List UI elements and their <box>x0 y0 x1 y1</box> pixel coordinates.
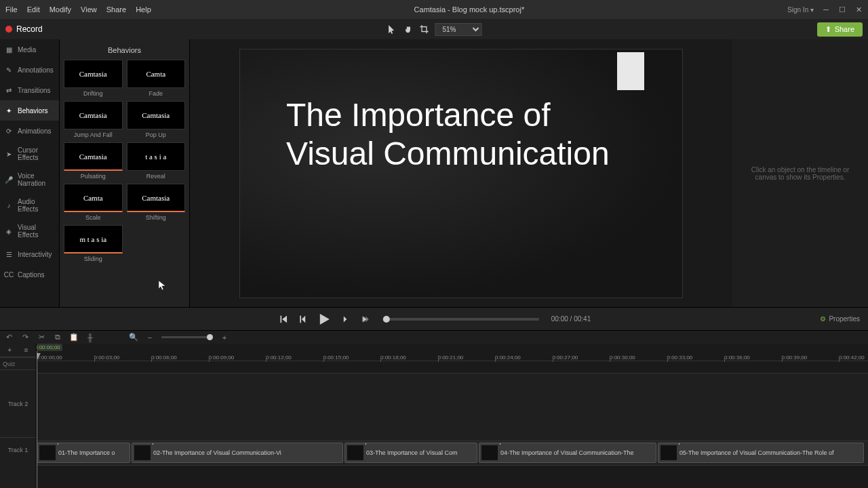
behavior-scale[interactable]: CamtaScale <box>64 184 123 221</box>
sidebar-item-audio-effects[interactable]: ♪Audio Effects <box>0 192 59 218</box>
close-icon[interactable]: ✕ <box>854 5 863 14</box>
menu-modify[interactable]: Modify <box>50 5 71 14</box>
clip-marker <box>153 443 153 445</box>
behavior-pulsating[interactable]: CamtasiaPulsating <box>64 142 123 180</box>
behavior-shifting[interactable]: CamtasiaShifting <box>127 184 186 221</box>
cut-icon[interactable]: ✂ <box>37 333 46 342</box>
sidebar-item-label: Visual Effects <box>18 224 55 239</box>
behavior-drifting[interactable]: CamtasiaDrifting <box>64 60 123 97</box>
behaviors-panel: Behaviors CamtasiaDriftingCamtaFadeCamta… <box>60 39 190 307</box>
timeline: + ≡ Quiz Track 2 Track 1 0:00:00;00 0:00… <box>0 344 868 488</box>
behavior-thumb: Camtasia <box>64 101 123 129</box>
track-1-lane[interactable]: 01-The Importance o02-The Importance of … <box>37 441 868 466</box>
step-forward-icon[interactable] <box>340 313 352 325</box>
clip[interactable]: 04-The Importance of Visual Communicatio… <box>479 443 656 463</box>
hand-tool-icon[interactable] <box>403 24 414 35</box>
zoom-in-icon[interactable]: + <box>220 333 229 342</box>
visual-icon: ◈ <box>4 226 14 236</box>
sidebar-item-label: Audio Effects <box>18 198 55 213</box>
canvas-shape[interactable] <box>617 52 644 90</box>
behavior-fade[interactable]: CamtaFade <box>127 60 186 97</box>
record-button[interactable]: Record <box>5 24 43 34</box>
clip-label: 02-The Importance of Visual Communicatio… <box>153 449 281 456</box>
undo-icon[interactable]: ↶ <box>4 333 14 342</box>
ruler-tick: 0:00:12;00 <box>266 354 292 361</box>
properties-toggle[interactable]: ⚙ Properties <box>820 315 860 323</box>
ruler-tick: 0:00:03;00 <box>94 354 120 361</box>
timeline-zoom-slider[interactable] <box>161 336 213 338</box>
zoom-out-icon[interactable]: − <box>145 333 155 342</box>
sidebar-item-behaviors[interactable]: ✦Behaviors <box>0 100 59 121</box>
signin-button[interactable]: Sign In ▾ <box>787 6 814 14</box>
sidebar-item-annotations[interactable]: ✎Annotations <box>0 60 59 80</box>
behavior-reveal[interactable]: t a s i aReveal <box>127 142 186 180</box>
sidebar-item-voice-narration[interactable]: 🎤Voice Narration <box>0 167 59 192</box>
sidebar-item-label: Cursor Effects <box>18 146 55 161</box>
upload-icon: ⬆ <box>825 25 831 34</box>
clip-thumb <box>660 445 677 460</box>
paste-icon[interactable]: 📋 <box>69 333 79 342</box>
pointer-tool-icon[interactable] <box>387 24 397 35</box>
titlebar: File Edit Modify View Share Help Camtasi… <box>0 0 868 19</box>
audio-icon: ♪ <box>4 201 14 210</box>
canvas[interactable]: The Importance of Visual Communication <box>239 49 683 298</box>
behavior-label: Scale <box>64 214 123 221</box>
next-clip-icon[interactable] <box>359 313 371 325</box>
step-back-icon[interactable] <box>296 313 309 325</box>
behavior-jump-and-fall[interactable]: CamtasiaJump And Fall <box>64 101 123 138</box>
menu-edit[interactable]: Edit <box>27 5 40 14</box>
track-2-header[interactable]: Track 2 <box>0 369 36 437</box>
sidebar-item-media[interactable]: ▦Media <box>0 39 59 60</box>
track-menu-icon[interactable]: ≡ <box>24 346 28 354</box>
behavior-pop-up[interactable]: CamtasiaPop Up <box>127 101 186 138</box>
clip[interactable]: 03-The Importance of Visual Com <box>344 443 477 463</box>
clip[interactable]: 01-The Importance o <box>37 443 130 463</box>
sidebar-item-visual-effects[interactable]: ◈Visual Effects <box>0 218 59 244</box>
sidebar-item-cursor-effects[interactable]: ➤Cursor Effects <box>0 141 59 167</box>
clip[interactable]: 02-The Importance of Visual Communicatio… <box>132 443 343 463</box>
quiz-lane[interactable] <box>37 361 868 373</box>
sidebar-item-transitions[interactable]: ⇄Transitions <box>0 80 59 100</box>
menu-view[interactable]: View <box>81 5 97 14</box>
play-button[interactable] <box>315 310 333 328</box>
copy-icon[interactable]: ⧉ <box>53 333 62 342</box>
canvas-title-text[interactable]: The Importance of Visual Communication <box>286 96 639 174</box>
sidebar-item-label: Voice Narration <box>18 172 55 187</box>
playback-scrubber[interactable] <box>383 318 539 321</box>
sidebar-item-label: Interactivity <box>18 251 52 258</box>
redo-icon[interactable]: ↷ <box>20 333 30 342</box>
sidebar-item-interactivity[interactable]: ☰Interactivity <box>0 244 59 264</box>
sidebar-item-animations[interactable]: ⟳Animations <box>0 121 59 141</box>
behavior-sliding[interactable]: m t a s iaSliding <box>64 225 123 262</box>
sidebar-item-captions[interactable]: CCCaptions <box>0 264 59 285</box>
playback-time: 00:00 / 00:41 <box>551 315 591 323</box>
behavior-label: Pop Up <box>127 131 186 138</box>
ruler-tick: 0:00:33;00 <box>667 354 693 361</box>
ruler-tick: 0:00:15;00 <box>323 354 349 361</box>
zoom-select[interactable]: 51% <box>435 23 482 36</box>
maximize-icon[interactable]: ☐ <box>838 5 846 14</box>
scrubber-head[interactable] <box>383 316 390 323</box>
quiz-track-header[interactable]: Quiz <box>0 357 36 369</box>
track-2-lane[interactable] <box>37 373 868 441</box>
clip[interactable]: 05-The Importance of Visual Communicatio… <box>658 443 864 463</box>
zoom-slider-thumb[interactable] <box>207 334 213 340</box>
clip-label: 05-The Importance of Visual Communicatio… <box>679 449 833 456</box>
split-icon[interactable]: ╫ <box>85 333 95 342</box>
ruler-tick: 0:00:09;00 <box>209 354 235 361</box>
playhead[interactable]: 0:00:00;00 <box>37 344 37 488</box>
prev-clip-icon[interactable] <box>277 313 290 325</box>
timeline-ruler[interactable]: 0:00:00;000:00:03;000:00:06;000:00:09;00… <box>37 344 868 361</box>
menu-help[interactable]: Help <box>136 5 151 14</box>
zoom-search-icon[interactable]: 🔍 <box>129 333 138 342</box>
minimize-icon[interactable]: ─ <box>822 5 830 14</box>
track-1-header[interactable]: Track 1 <box>0 437 36 462</box>
clip-thumb <box>481 445 498 460</box>
clip-label: 03-The Importance of Visual Com <box>366 449 457 456</box>
share-button[interactable]: ⬆ Share <box>817 22 863 37</box>
tracks-area[interactable]: 0:00:00;00 0:00:00;000:00:03;000:00:06;0… <box>37 344 868 488</box>
add-track-icon[interactable]: + <box>7 346 12 354</box>
menu-share[interactable]: Share <box>106 5 126 14</box>
crop-tool-icon[interactable] <box>419 24 430 35</box>
menu-file[interactable]: File <box>5 5 18 14</box>
